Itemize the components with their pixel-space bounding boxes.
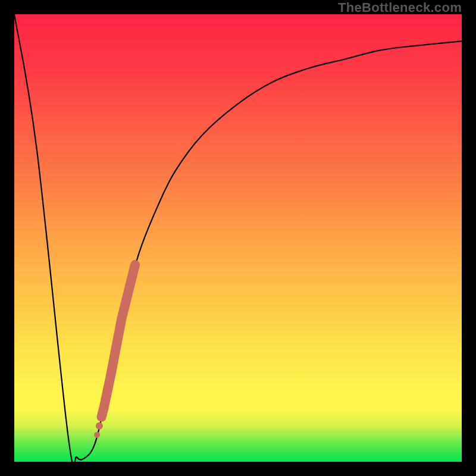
chart-plot-area (14, 14, 462, 462)
highlight-dots (94, 265, 135, 438)
highlight-dot (96, 422, 103, 430)
watermark-text: TheBottleneck.com (338, 0, 462, 15)
highlight-dot (94, 432, 100, 438)
bottleneck-curve-svg (14, 14, 462, 462)
bottleneck-curve-path (14, 14, 462, 462)
highlight-stroke (102, 265, 135, 417)
